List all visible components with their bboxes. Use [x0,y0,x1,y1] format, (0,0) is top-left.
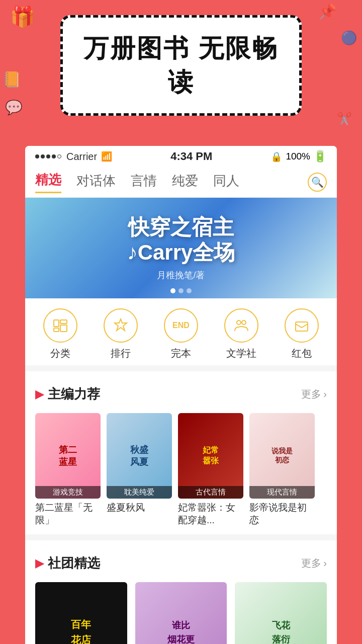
lock-icon: 🔒 [270,151,283,163]
dot1 [35,154,39,158]
tab-yanqing[interactable]: 言情 [131,172,157,193]
book-title-2: 盛夏秋风 [107,502,172,514]
editor-picks-title: ▶ 主编力荐 [35,385,100,403]
book-cover-2: 秋盛风夏 耽美纯爱 [107,413,172,499]
battery-label: 100% [286,151,310,162]
chevron-right-icon-2: › [323,557,327,569]
banner-dot-1 [170,288,175,293]
society-picks-more[interactable]: 更多 › [301,556,327,570]
phone-frame: Carrier 📶 4:34 PM 🔒 100% 🔋 精选 对话体 言情 纯爱 … [25,146,337,644]
hongbao-icon [285,308,319,343]
editor-picks-more[interactable]: 更多 › [301,387,327,401]
category-wanben[interactable]: END 完本 [164,308,198,360]
dot5 [57,154,61,158]
society-cover-img-2: 谁比烟花更 [135,582,227,644]
society-cover-img-1: 百年花店 [35,582,127,644]
arrow-icon-2: ▶ [35,557,44,570]
svg-rect-1 [54,328,59,332]
category-row: 分类 排行 END 完本 文学社 [25,298,337,365]
wenxueshe-label: 文学社 [226,347,256,360]
book-title-3: 妃常嚣张：女配穿越... [178,502,243,526]
editor-picks-header: ▶ 主编力荐 更多 › [25,377,337,408]
search-icon: 🔍 [311,176,324,188]
tab-chunai[interactable]: 纯爱 [172,172,198,193]
society-picks-header: ▶ 社团精选 更多 › [25,546,337,577]
category-paihang[interactable]: 排行 [104,308,138,360]
svg-rect-2 [60,320,67,324]
section-divider-1 [25,365,337,371]
society-book-2[interactable]: 谁比烟花更 现代言情 谁比烟花更 [135,582,227,644]
nav-tabs: 精选 对话体 言情 纯爱 同人 🔍 [25,167,337,198]
society-cover-img-3: 飞花落衍 [235,582,327,644]
book-tag-4: 现代言情 [249,486,315,499]
book-title-4: 影帝说我是初恋 [249,502,315,526]
book-card-4[interactable]: 说我是初恋 现代言情 影帝说我是初恋 [249,413,315,526]
category-hongbao[interactable]: 红包 [285,308,319,360]
svg-point-5 [237,320,241,325]
book-card-1[interactable]: 第二蓝星 游戏竞技 第二蓝星「无限」 [35,413,101,526]
svg-rect-0 [54,320,59,327]
banner-dot-3 [187,288,192,293]
tab-duihuati[interactable]: 对话体 [76,172,116,193]
book-card-2[interactable]: 秋盛风夏 耽美纯爱 盛夏秋风 [107,413,172,526]
dot4 [52,154,56,158]
book-cover-4: 说我是初恋 现代言情 [249,413,315,499]
wenxueshe-icon [224,308,258,343]
paihang-icon [104,308,138,343]
svg-marker-4 [115,319,127,331]
wanben-label: 完本 [171,347,191,360]
top-banner: 万册图书 无限畅读 [60,15,302,116]
society-book-3[interactable]: 飞花落衍 耽美纯爱 飞花落衍 [235,582,327,644]
tab-tongren[interactable]: 同人 [213,172,239,193]
banner-headline: 万册图书 无限畅读 [83,32,279,99]
fenlei-icon [43,308,77,343]
banner-author: 月稚挽笔/著 [127,269,235,281]
signal-dots [35,154,61,158]
tab-jingxuan[interactable]: 精选 [35,171,61,193]
dot3 [46,154,50,158]
carrier-label: Carrier [66,151,97,163]
wifi-icon: 📶 [101,151,112,162]
battery-icon: 🔋 [313,150,327,163]
society-cover-2: 谁比烟花更 现代言情 [135,582,227,644]
status-bar: Carrier 📶 4:34 PM 🔒 100% 🔋 [25,146,337,167]
chevron-right-icon: › [323,388,327,400]
society-cover-1: 百年花店 轻小说 [35,582,127,644]
book-tag-3: 古代言情 [178,486,243,499]
society-book-1[interactable]: 百年花店 轻小说 百年花店 [35,582,127,644]
fenlei-label: 分类 [50,347,70,360]
status-right: 🔒 100% 🔋 [270,150,327,163]
book-tag-2: 耽美纯爱 [107,486,172,499]
wanben-icon: END [164,308,198,343]
status-left: Carrier 📶 [35,151,112,163]
banner-title: 快穿之宿主♪Carry全场 [127,215,235,266]
book-cover-3: 妃常嚣张 古代言情 [178,413,243,499]
book-card-3[interactable]: 妃常嚣张 古代言情 妃常嚣张：女配穿越... [178,413,243,526]
svg-point-6 [242,320,246,325]
society-cover-3: 飞花落衍 耽美纯爱 [235,582,327,644]
society-picks-books: 百年花店 轻小说 百年花店 谁比烟花更 现代言情 谁比烟花更 飞花落衍 耽美纯爱 [25,577,337,644]
editor-picks-books: 第二蓝星 游戏竞技 第二蓝星「无限」 秋盛风夏 耽美纯爱 盛夏秋风 妃常嚣张 古… [25,408,337,534]
book-title-1: 第二蓝星「无限」 [35,502,101,526]
dot2 [41,154,45,158]
category-fenlei[interactable]: 分类 [43,308,77,360]
banner-dots [170,288,192,293]
book-cover-1: 第二蓝星 游戏竞技 [35,413,101,499]
banner-dot-2 [178,288,184,293]
hongbao-label: 红包 [292,347,312,360]
search-button[interactable]: 🔍 [308,173,327,192]
book-tag-1: 游戏竞技 [35,486,101,499]
svg-rect-7 [296,322,308,331]
arrow-icon: ▶ [35,388,44,401]
main-banner[interactable]: 快穿之宿主♪Carry全场 月稚挽笔/著 [25,198,337,298]
svg-rect-3 [60,325,67,332]
category-wenxueshe[interactable]: 文学社 [224,308,258,360]
society-picks-title: ▶ 社团精选 [35,554,100,572]
paihang-label: 排行 [111,347,131,360]
section-divider-2 [25,534,337,540]
status-time: 4:34 PM [170,150,212,163]
